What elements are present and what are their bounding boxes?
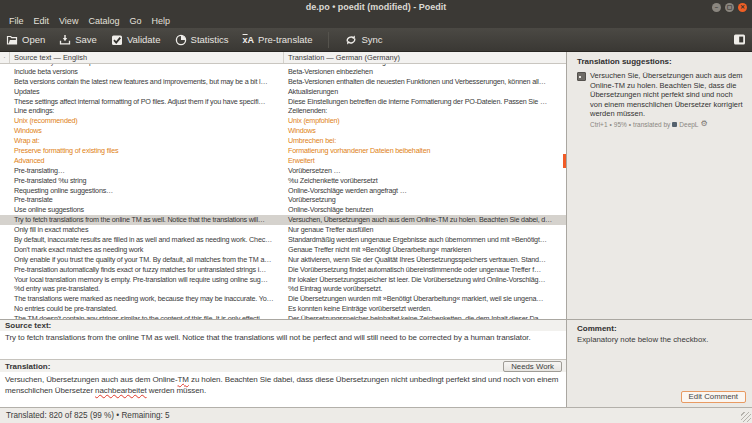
table-row[interactable]: By default, inaccurate results are fille… — [0, 235, 566, 245]
gear-icon[interactable]: ⚙ — [700, 121, 707, 127]
table-row[interactable]: These settings affect internal formattin… — [0, 97, 566, 107]
needs-work-button[interactable]: Needs Work — [503, 361, 562, 372]
titlebar[interactable]: de.po • poedit (modified) - Poedit – ▢ ✕ — [0, 0, 752, 15]
open-label: Open — [22, 34, 45, 45]
table-row[interactable]: Use online suggestionsOnline-Vorschläge … — [0, 205, 566, 215]
table-row[interactable]: Unix (recommended)Unix (empfohlen) — [0, 116, 566, 126]
row-marker — [0, 245, 10, 255]
source-cell: Pre-translated %u string — [10, 176, 284, 186]
pretranslate-button[interactable]: xA Pre-translate — [243, 30, 313, 50]
statusbar: Translated: 820 of 825 (99 %) • Remainin… — [0, 407, 752, 423]
row-marker — [0, 195, 10, 205]
table-row[interactable]: UpdatesAktualisierungen — [0, 87, 566, 97]
menu-help[interactable]: Help — [146, 15, 175, 28]
source-cell: Only fill in exact matches — [10, 225, 284, 235]
save-button[interactable]: Save — [59, 30, 97, 50]
translation-cell: Unix (empfohlen) — [284, 116, 566, 126]
translation-cell: Ihr lokaler Übersetzungsspeicher ist lee… — [284, 275, 566, 285]
source-cell: The TM doesn't contain any strings simil… — [10, 314, 284, 319]
maximize-button[interactable]: ▢ — [725, 3, 734, 12]
list-scrollbar[interactable] — [563, 154, 566, 168]
row-marker — [0, 314, 10, 319]
table-row[interactable]: The translations were marked as needing … — [0, 294, 566, 304]
table-row[interactable]: Your local translation memory is empty. … — [0, 275, 566, 285]
translation-cell: Online-Vorschläge benutzen — [284, 205, 566, 215]
suggestion-item[interactable]: Versuchen Sie, Übersetzungen auch aus de… — [577, 71, 746, 128]
statistics-icon — [175, 34, 187, 46]
row-marker — [0, 87, 10, 97]
row-marker — [0, 215, 10, 225]
suggestion-score: 95% — [614, 121, 627, 128]
edit-comment-button[interactable]: Edit Comment — [681, 391, 746, 403]
translation-column-header[interactable]: Translation — German (Germany) — [284, 52, 566, 63]
table-row[interactable]: WindowsWindows — [0, 126, 566, 136]
validate-icon — [111, 34, 123, 46]
validate-button[interactable]: Validate — [111, 30, 161, 50]
table-row[interactable]: No entries could be pre-translated.Es ko… — [0, 304, 566, 314]
row-marker — [0, 97, 10, 107]
source-column-header[interactable]: Source text — English — [10, 52, 284, 63]
menu-edit[interactable]: Edit — [29, 15, 55, 28]
statistics-label: Statistics — [191, 34, 229, 45]
menu-view[interactable]: View — [54, 15, 83, 28]
statistics-button[interactable]: Statistics — [175, 30, 229, 50]
marker-column-header[interactable]: · — [0, 52, 10, 63]
suggestion-provider: DeepL — [679, 121, 698, 128]
table-row[interactable]: Preserve formatting of existing filesFor… — [0, 146, 566, 156]
source-cell: Try to fetch translations from the onlin… — [10, 215, 284, 225]
source-cell: Only enable if you trust the quality of … — [10, 255, 284, 265]
row-marker — [0, 146, 10, 156]
save-icon — [59, 34, 71, 46]
translation-list[interactable]: Automatically check for updatesAutomatis… — [0, 64, 566, 319]
open-button[interactable]: Open — [6, 30, 45, 50]
translation-cell: Versuchen, Übersetzungen auch aus dem On… — [284, 215, 566, 225]
source-cell: Your local translation memory is empty. … — [10, 275, 284, 285]
table-row[interactable]: Try to fetch translations from the onlin… — [0, 215, 566, 225]
suggestion-meta: Ctrl+1 • 95% • translated by DeepL ⚙ — [590, 121, 746, 128]
sidebar-toggle-button[interactable] — [733, 30, 746, 50]
translation-cell: Erweitert — [284, 156, 566, 166]
deepl-logo-icon — [672, 122, 677, 127]
translation-editor[interactable]: Versuchen, Übersetzungen auch aus dem On… — [0, 372, 566, 407]
table-row[interactable]: Requesting online suggestions…Online-Vor… — [0, 186, 566, 196]
sidebar-toggle-icon — [733, 33, 746, 46]
sync-button[interactable]: Sync — [345, 30, 382, 50]
table-row[interactable]: %d entry was pre-translated.%d Eintrag w… — [0, 284, 566, 294]
source-cell: Preserve formatting of existing files — [10, 146, 284, 156]
resize-grip[interactable] — [741, 412, 751, 422]
row-marker — [0, 225, 10, 235]
window-title: de.po • poedit (modified) - Poedit — [0, 0, 752, 15]
row-marker — [0, 275, 10, 285]
table-row[interactable]: Only fill in exact matchesNur genaue Tre… — [0, 225, 566, 235]
toolbar: Open Save Validate Statistics xA Pre-tra… — [0, 28, 752, 52]
translation-cell: Windows — [284, 126, 566, 136]
table-row[interactable]: Beta versions contain the latest new fea… — [0, 77, 566, 87]
table-row[interactable]: Wrap at:Umbrechen bei: — [0, 136, 566, 146]
table-row[interactable]: Don't mark exact matches as needing work… — [0, 245, 566, 255]
table-row[interactable]: Line endings:Zeilenenden: — [0, 106, 566, 116]
row-marker — [0, 77, 10, 87]
table-row[interactable]: Pre-translation automatically finds exac… — [0, 265, 566, 275]
table-row[interactable]: Pre-translateVorübersetzung — [0, 195, 566, 205]
table-row[interactable]: Include beta versionsBeta-Versionen einb… — [0, 67, 566, 77]
source-cell: Line endings: — [10, 106, 284, 116]
translation-cell: Umbrechen bei: — [284, 136, 566, 146]
open-icon — [6, 34, 18, 46]
table-row[interactable]: Pre-translated %u string%u Zeichenkette … — [0, 176, 566, 186]
source-cell: Beta versions contain the latest new fea… — [10, 77, 284, 87]
suggestions-panel: Translation suggestions: Versuchen Sie, … — [567, 52, 752, 320]
suggestion-text: Versuchen Sie, Übersetzungen auch aus de… — [590, 71, 746, 119]
table-row[interactable]: The TM doesn't contain any strings simil… — [0, 314, 566, 319]
close-button[interactable]: ✕ — [738, 3, 747, 12]
translation-cell: Vorübersetzen … — [284, 166, 566, 176]
menu-catalog[interactable]: Catalog — [83, 15, 124, 28]
pretranslate-label: Pre-translate — [258, 34, 312, 45]
table-row[interactable]: Pre-translating…Vorübersetzen … — [0, 166, 566, 176]
table-row[interactable]: AdvancedErweitert — [0, 156, 566, 166]
menu-go[interactable]: Go — [124, 15, 146, 28]
minimize-button[interactable]: – — [712, 3, 721, 12]
menubar: File Edit View Catalog Go Help — [0, 15, 752, 28]
menu-file[interactable]: File — [4, 15, 29, 28]
source-cell: The translations were marked as needing … — [10, 294, 284, 304]
table-row[interactable]: Only enable if you trust the quality of … — [0, 255, 566, 265]
